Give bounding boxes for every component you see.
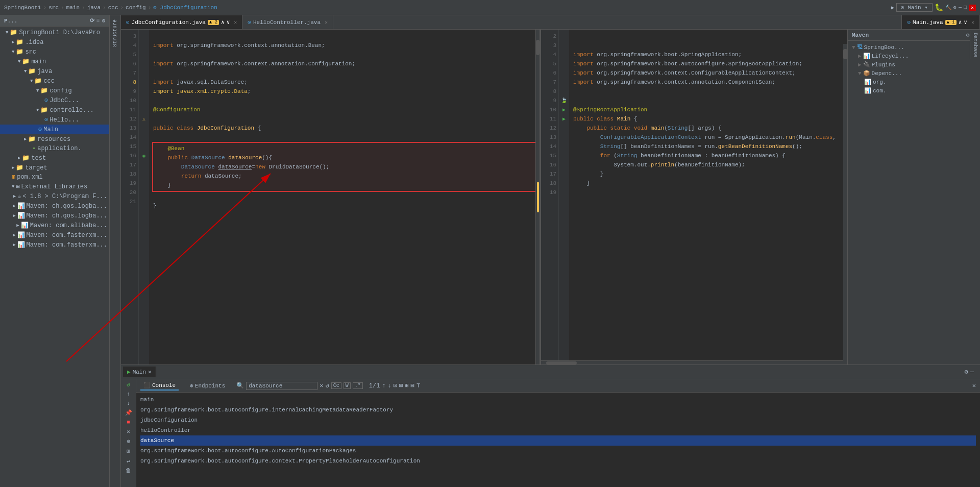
breadcrumb-project[interactable]: SpringBoot1 (4, 5, 41, 11)
settings-icon-bottom[interactable]: ⚙ (965, 368, 968, 376)
right-code-content[interactable]: import org.springframework.boot.SpringAp… (569, 30, 847, 360)
tab-main-java[interactable]: ⊙ Main.java ▲ 1 ∧ ∨ ✕ (901, 15, 980, 29)
tree-item-ext-lib[interactable]: ▼ ⊞ External Libraries (0, 182, 109, 191)
tab-jdbc-config[interactable]: ⊙ JdbcConfiguration.java ▲ 2 ∧ ∨ ✕ (121, 15, 242, 29)
match-case-btn[interactable]: Cc (331, 382, 341, 389)
tree-item-main-java[interactable]: ⊙ Main (0, 125, 109, 134)
output-line-datasource[interactable]: dataSource (140, 435, 976, 446)
collapse-icon[interactable]: ≡ (96, 17, 100, 24)
refresh-search-icon[interactable]: ↺ (326, 382, 329, 389)
prev-match-btn[interactable]: ↑ (382, 382, 385, 389)
tree-item-hello[interactable]: ⊙ Hello... (0, 115, 109, 125)
close-bottom-icon[interactable]: ✕ (127, 428, 130, 435)
build-icon[interactable]: 🔨 (945, 5, 951, 11)
search-options-btn2[interactable]: ⊞ (405, 382, 408, 389)
regex-btn[interactable]: .* (353, 382, 363, 389)
right-scrollbar[interactable] (843, 44, 847, 364)
tree-item-pom[interactable]: m pom.xml (0, 173, 109, 182)
maven-dep-org[interactable]: 📊 org. (850, 78, 978, 86)
close-icon-window[interactable]: ✕ (969, 5, 976, 11)
clear-icon[interactable]: 🗑 (126, 467, 131, 474)
tree-item-resources[interactable]: ▶ 📁 resources (0, 134, 109, 144)
tree-item-maven4[interactable]: ▶ 📊 Maven: com.fasterxm... (0, 230, 109, 240)
tree-item-config[interactable]: ▼ 📁 config (0, 86, 109, 95)
sync-icon[interactable]: ⟳ (90, 17, 94, 24)
maven-item-lifecycle[interactable]: ▶ 📊 Lifecycl... (850, 52, 978, 60)
nav-down-main[interactable]: ∨ (964, 19, 967, 26)
maven-settings-icon[interactable]: ⚙ (966, 32, 970, 38)
close-tab-hello[interactable]: ✕ (325, 19, 328, 26)
tree-item-maven2[interactable]: ▶ 📊 Maven: ch.qos.logba... (0, 211, 109, 221)
close-tab-jdbc[interactable]: ✕ (234, 19, 237, 26)
nav-up-icon[interactable]: ∧ (221, 19, 225, 26)
console-tab[interactable]: ⬛ Console (140, 381, 179, 391)
right-hscrollbar[interactable] (541, 360, 847, 364)
breadcrumb-config[interactable]: config (126, 5, 146, 11)
tree-item-jdbcconfig[interactable]: ⊙ JdbcC... (0, 95, 109, 105)
breadcrumb-java[interactable]: java (87, 5, 101, 11)
tree-item-maven5[interactable]: ▶ 📊 Maven: com.fasterxm... (0, 240, 109, 250)
gear-icon[interactable]: ⚙ (102, 17, 105, 24)
run-icon[interactable]: ▶ (891, 5, 894, 11)
maven-item-plugins[interactable]: ▶ 🔌 Plugins (850, 60, 978, 69)
breadcrumb-ccc[interactable]: ccc (108, 5, 118, 11)
tree-item-application[interactable]: ▪ application. (0, 144, 109, 153)
tree-item-src[interactable]: ▼ 📁 src (0, 47, 109, 57)
tree-item-java[interactable]: ▼ 📁 java (0, 66, 109, 76)
minimize-bottom-icon[interactable]: — (970, 369, 974, 376)
search-options-btn3[interactable]: ⊟ (411, 382, 414, 389)
main-dropdown[interactable]: ⊙ Main ▾ (896, 3, 933, 12)
maven-dep-com[interactable]: 📊 com. (850, 86, 978, 95)
wrap-icon[interactable]: ↵ (127, 457, 130, 464)
breadcrumb-file[interactable]: ⊙ JdbcConfiguration (153, 4, 217, 11)
maven-item-root[interactable]: ▼ 🏗 SpringBoo... (850, 43, 978, 52)
tree-item-jdk[interactable]: ▶ ☕ < 1.8 > C:\Program F... (0, 191, 109, 201)
tree-item-maven1[interactable]: ▶ 📊 Maven: ch.qos.logba... (0, 201, 109, 211)
tree-label: Main (43, 126, 58, 133)
console-search-input[interactable] (246, 382, 317, 390)
breadcrumb-src[interactable]: src (48, 5, 59, 11)
close-tab-main[interactable]: ✕ (971, 19, 974, 26)
tree-item-test[interactable]: ▶ 📁 test (0, 153, 109, 163)
whole-word-btn[interactable]: W (344, 382, 351, 389)
project-header-icons[interactable]: ⟳ ≡ ⚙ (90, 17, 105, 24)
minimize-icon[interactable]: — (959, 5, 962, 10)
tree-item-maven3[interactable]: ▶ 📊 Maven: com.alibaba... (0, 221, 109, 230)
settings2-icon[interactable]: ⚙ (127, 438, 130, 445)
settings-icon[interactable]: ⚙ (953, 5, 957, 11)
nav-up-main[interactable]: ∧ (959, 19, 962, 26)
close-run-tab[interactable]: ✕ (148, 369, 152, 375)
next-match-btn[interactable]: ↓ (388, 382, 391, 389)
maximize-icon[interactable]: □ (964, 5, 967, 10)
tree-item-controller[interactable]: ▼ 📁 controlle... (0, 105, 109, 115)
maven-icon4: 📊 (17, 231, 25, 239)
tree-item-ccc[interactable]: ▼ 📁 ccc (0, 76, 109, 86)
tree-item-target[interactable]: ▶ 📁 target (0, 163, 109, 173)
close-search-icon[interactable]: ✕ (972, 382, 976, 389)
tree-item-root[interactable]: ▼ 📁 SpringBoot1 D:\JavaPro (0, 28, 109, 37)
breadcrumb-main[interactable]: main (66, 5, 80, 11)
left-code-content[interactable]: import org.springframework.context.annot… (149, 30, 540, 364)
scroll-down-icon[interactable]: ↓ (127, 400, 130, 406)
nav-down-icon[interactable]: ∨ (227, 19, 230, 26)
run-tab[interactable]: ▶ Main ✕ (123, 367, 156, 377)
stop-icon[interactable]: ■ (127, 419, 130, 425)
tree-item-idea[interactable]: ▶ 📁 .idea (0, 37, 109, 47)
debug-icon[interactable]: 🐛 (935, 3, 943, 12)
layout-icon[interactable]: ⊞ (127, 448, 130, 454)
structure-icon[interactable]: Structure (112, 19, 118, 47)
search-options-btn1[interactable]: ⊠ (399, 382, 403, 389)
pin-icon[interactable]: 📌 (125, 409, 132, 416)
database-panel-tab[interactable]: Database (970, 31, 980, 59)
left-scrollbar[interactable] (535, 30, 540, 364)
expand-search-btn[interactable]: ⊡ (394, 382, 397, 389)
tab-hello-controller[interactable]: ⊙ HelloController.java ✕ (242, 15, 333, 29)
maven-item-deps[interactable]: ▼ 📦 Depenc... (850, 69, 978, 78)
tree-item-main[interactable]: ▼ 📁 main (0, 57, 109, 66)
scroll-up-icon[interactable]: ↑ (127, 391, 130, 397)
folder-icon-test: 📁 (22, 154, 30, 162)
clear-search-icon[interactable]: ✕ (320, 382, 323, 389)
endpoints-tab[interactable]: ⊛ Endpoints (187, 381, 228, 390)
search-filter-btn[interactable]: ⊤ (416, 382, 420, 389)
rerun-icon[interactable]: ↺ (127, 381, 130, 388)
